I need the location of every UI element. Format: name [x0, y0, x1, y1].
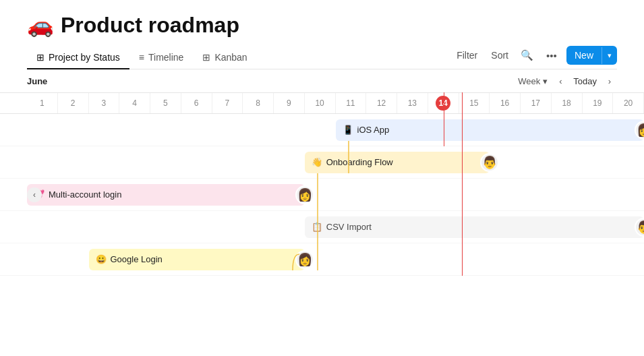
- day-col-13: 13: [397, 93, 428, 113]
- search-button[interactable]: 🔍: [518, 46, 537, 65]
- day-col-19: 19: [583, 93, 614, 113]
- day-col-4: 4: [119, 93, 150, 113]
- day-col-8: 8: [243, 93, 274, 113]
- task-avatar: 👩: [295, 250, 314, 269]
- week-controls: Week ▾ ‹ Today ›: [518, 73, 617, 88]
- task-avatar: 👩: [295, 185, 314, 204]
- tab-project-label: Project by Status: [49, 52, 120, 63]
- week-select[interactable]: Week ▾: [518, 76, 548, 86]
- task-row-ios-app: 📱iOS App👩: [0, 114, 644, 146]
- day-col-5: 5: [150, 93, 181, 113]
- prev-week-button[interactable]: ‹: [553, 73, 568, 88]
- day-col-10: 10: [305, 93, 336, 113]
- task-label: CSV Import: [326, 222, 372, 232]
- header: 🚗 Product roadmap ⊞ Project by Status ≡ …: [0, 0, 644, 69]
- row-grid-ios-app: 📱iOS App👩: [27, 114, 644, 146]
- new-button[interactable]: New ▾: [566, 46, 617, 65]
- new-button-chevron[interactable]: ▾: [602, 47, 617, 64]
- row-grid-multi-account-login: 💕Multi-account login👩: [27, 179, 644, 211]
- task-avatar: 👨: [635, 218, 644, 237]
- grid-wrapper: 1234567891011121314151617181920 📱iOS App…: [0, 92, 644, 276]
- tab-project-by-status[interactable]: ⊞ Project by Status: [27, 47, 129, 69]
- task-avatar: 👩: [635, 121, 644, 140]
- task-label: iOS App: [357, 125, 390, 135]
- day-col-12: 12: [366, 93, 397, 113]
- grid-days: 1234567891011121314151617181920: [27, 93, 644, 113]
- tab-kanban[interactable]: ⊞ Kanban: [193, 47, 256, 69]
- day-col-7: 7: [212, 93, 243, 113]
- task-row-csv-import: 📋CSV Import👨: [0, 211, 644, 243]
- day-col-9: 9: [274, 93, 305, 113]
- scroll-left-button[interactable]: ‹: [27, 187, 42, 202]
- tab-timeline-icon: ≡: [139, 52, 144, 63]
- task-bar-google-login[interactable]: 😀Google Login👩: [89, 249, 305, 270]
- task-label: Google Login: [111, 254, 163, 264]
- tab-kanban-label: Kanban: [214, 52, 247, 63]
- more-button[interactable]: •••: [542, 46, 561, 65]
- task-emoji: 📱: [343, 125, 353, 135]
- task-bar-onboarding-flow[interactable]: 👋Onboarding Flow👨: [305, 152, 490, 173]
- timeline-area: June Week ▾ ‹ Today › 1234567891011121: [0, 69, 644, 276]
- task-row-onboarding-flow: 👋Onboarding Flow👨: [0, 146, 644, 179]
- task-rows: 📱iOS App👩👋Onboarding Flow👨‹💕Multi-accoun…: [0, 114, 644, 276]
- toolbar: Filter Sort 🔍 ••• New ▾: [452, 46, 617, 69]
- grid-header: 1234567891011121314151617181920: [0, 92, 644, 114]
- day-col-20: 20: [613, 93, 644, 113]
- page-title-row: 🚗 Product roadmap: [27, 12, 617, 38]
- grid-container: 1234567891011121314151617181920 📱iOS App…: [0, 92, 644, 276]
- task-emoji: 📋: [312, 222, 322, 232]
- week-label: Week: [518, 76, 540, 86]
- row-grid-google-login: 😀Google Login👩: [27, 243, 644, 276]
- day-col-6: 6: [181, 93, 212, 113]
- tab-kanban-icon: ⊞: [202, 52, 210, 63]
- month-label: June: [27, 76, 47, 86]
- task-avatar: 👨: [480, 153, 499, 172]
- tab-timeline-label: Timeline: [148, 52, 183, 63]
- day-col-2: 2: [58, 93, 89, 113]
- filter-button[interactable]: Filter: [452, 47, 481, 63]
- sort-button[interactable]: Sort: [487, 47, 513, 63]
- day-col-16: 16: [490, 93, 521, 113]
- row-grid-onboarding-flow: 👋Onboarding Flow👨: [27, 146, 644, 179]
- task-label: Onboarding Flow: [326, 157, 393, 167]
- task-label: Multi-account login: [49, 189, 121, 200]
- new-button-label: New: [566, 46, 602, 65]
- task-bar-ios-app[interactable]: 📱iOS App👩: [336, 119, 645, 141]
- page: 🚗 Product roadmap ⊞ Project by Status ≡ …: [0, 0, 644, 356]
- page-emoji: 🚗: [27, 12, 54, 38]
- week-nav: June Week ▾ ‹ Today ›: [0, 69, 644, 92]
- day-col-17: 17: [521, 93, 552, 113]
- tabs-toolbar-row: ⊞ Project by Status ≡ Timeline ⊞ Kanban …: [27, 46, 617, 69]
- day-col-3: 3: [89, 93, 120, 113]
- day-col-14: 14: [428, 93, 459, 113]
- task-row-multi-account-login: ‹💕Multi-account login👩: [0, 179, 644, 211]
- week-chevron: ▾: [543, 76, 548, 86]
- tab-project-icon: ⊞: [36, 52, 45, 63]
- day-col-15: 15: [459, 93, 490, 113]
- day-col-1: 1: [27, 93, 58, 113]
- next-week-button[interactable]: ›: [602, 73, 617, 88]
- row-grid-csv-import: 📋CSV Import👨: [27, 211, 644, 243]
- page-title: Product roadmap: [61, 13, 239, 38]
- task-row-google-login: 😀Google Login👩: [0, 243, 644, 276]
- tabs: ⊞ Project by Status ≡ Timeline ⊞ Kanban: [27, 47, 257, 69]
- task-emoji: 👋: [312, 157, 322, 167]
- today-button[interactable]: Today: [573, 76, 597, 86]
- task-bar-multi-account-login[interactable]: 💕Multi-account login👩: [27, 184, 305, 206]
- task-bar-csv-import[interactable]: 📋CSV Import👨: [305, 216, 644, 238]
- tab-timeline[interactable]: ≡ Timeline: [129, 47, 194, 69]
- task-emoji: 😀: [96, 254, 107, 264]
- day-col-18: 18: [552, 93, 583, 113]
- day-col-11: 11: [336, 93, 367, 113]
